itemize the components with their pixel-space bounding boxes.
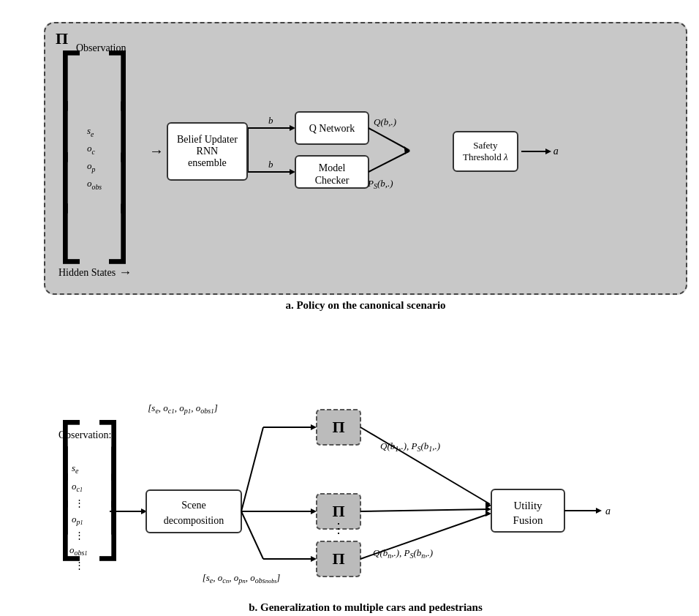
final-arrow-a: a <box>521 140 559 162</box>
svg-text:Π: Π <box>332 418 344 436</box>
a-label-a: a <box>553 146 559 157</box>
svg-text:⋮: ⋮ <box>332 521 345 536</box>
bracket-left-a: ⎡⎢⎢⎣ <box>58 56 84 260</box>
svg-text:Π: Π <box>332 549 344 568</box>
svg-text:Fusion: Fusion <box>513 514 543 526</box>
matrix-oobs-a: oobs <box>87 176 102 193</box>
svg-text:b: b <box>268 115 273 126</box>
final-arrow-svg-a <box>521 140 558 162</box>
belief-line2: RNN <box>177 146 238 157</box>
svg-marker-71 <box>596 508 602 514</box>
bracket-right-a: ⎤⎥⎥⎦ <box>105 56 130 260</box>
svg-marker-46 <box>311 424 317 430</box>
svg-text:Model: Model <box>319 162 346 173</box>
svg-text:⋮: ⋮ <box>75 530 84 541</box>
svg-rect-38 <box>146 490 241 533</box>
svg-text:Q(b1,.), PS(b1,.): Q(b1,.), PS(b1,.) <box>380 440 440 453</box>
svg-marker-51 <box>311 556 317 562</box>
svg-line-15 <box>369 151 409 172</box>
svg-line-12 <box>369 128 409 150</box>
belief-line3: ensemble <box>177 157 238 169</box>
svg-text:decomposition: decomposition <box>164 515 224 526</box>
svg-text:b: b <box>268 159 273 170</box>
svg-text:[se, ocn, opn, oobsnobs]: [se, ocn, opn, oobsnobs] <box>203 572 281 585</box>
branch-svg: b b Q Network Model <box>248 91 467 209</box>
svg-text:Π: Π <box>332 502 344 520</box>
svg-text:⋮: ⋮ <box>75 497 84 508</box>
diagram-section-b: Observation: ⎡ ⎢ ⎢ ⎣ se oc1 ⋮ op1 ⋮ oobs… <box>37 325 670 614</box>
caption-a: a. Policy on the canonical scenario <box>44 299 687 312</box>
svg-text:Q Network: Q Network <box>309 123 355 134</box>
svg-line-59 <box>360 427 490 504</box>
safety-line1: Safety <box>461 140 510 151</box>
caption-b: b. Generalization to multiple cars and p… <box>37 601 695 614</box>
matrix-se-a: se <box>87 123 102 140</box>
belief-updater-box: Belief Updater RNN ensemble <box>167 122 248 181</box>
branch-area: b b Q Network Model <box>248 91 467 211</box>
matrix-op-a: op <box>87 158 102 176</box>
belief-line1: Belief Updater <box>177 134 238 146</box>
svg-marker-5 <box>290 169 295 175</box>
svg-text:a: a <box>605 506 611 517</box>
pi-label-a: Π <box>56 29 68 48</box>
part-b-svg: Observation: ⎡ ⎢ ⎢ ⎣ se oc1 ⋮ op1 ⋮ oobs… <box>37 325 695 596</box>
svg-text:Utility: Utility <box>513 500 543 511</box>
diagram-section-a: Π Observation ⎡⎢⎢⎣ se oc op oobs ⎤⎥⎥⎦ <box>29 15 670 312</box>
safety-line2: Threshold λ <box>461 151 510 163</box>
svg-text:[se, oc1, op1, oobs1]: [se, oc1, op1, oobs1] <box>148 402 218 415</box>
matrix-oc-a: oc <box>87 140 102 158</box>
svg-text:PS(b,.): PS(b,.) <box>367 178 393 190</box>
svg-line-41 <box>241 427 263 511</box>
hidden-states-row: Hidden States → <box>58 265 132 280</box>
svg-line-43 <box>241 511 263 559</box>
svg-text:⎦: ⎦ <box>95 500 121 561</box>
svg-marker-19 <box>545 149 551 154</box>
svg-marker-2 <box>290 125 295 131</box>
svg-text:Q(b,.): Q(b,.) <box>374 116 396 127</box>
col-obs-a: Observation ⎡⎢⎢⎣ se oc op oobs ⎤⎥⎥⎦ Hi <box>58 42 146 280</box>
svg-marker-48 <box>311 508 317 514</box>
svg-text:Q(bn,.), PS(bn,.): Q(bn,.), PS(bn,.) <box>373 547 433 560</box>
svg-text:Scene: Scene <box>181 500 205 511</box>
svg-marker-64 <box>485 511 491 517</box>
svg-text:⋮: ⋮ <box>75 560 84 571</box>
arrow-obs-to-belief: → <box>149 143 164 159</box>
svg-text:Checker: Checker <box>314 175 349 186</box>
svg-line-60 <box>360 509 490 511</box>
